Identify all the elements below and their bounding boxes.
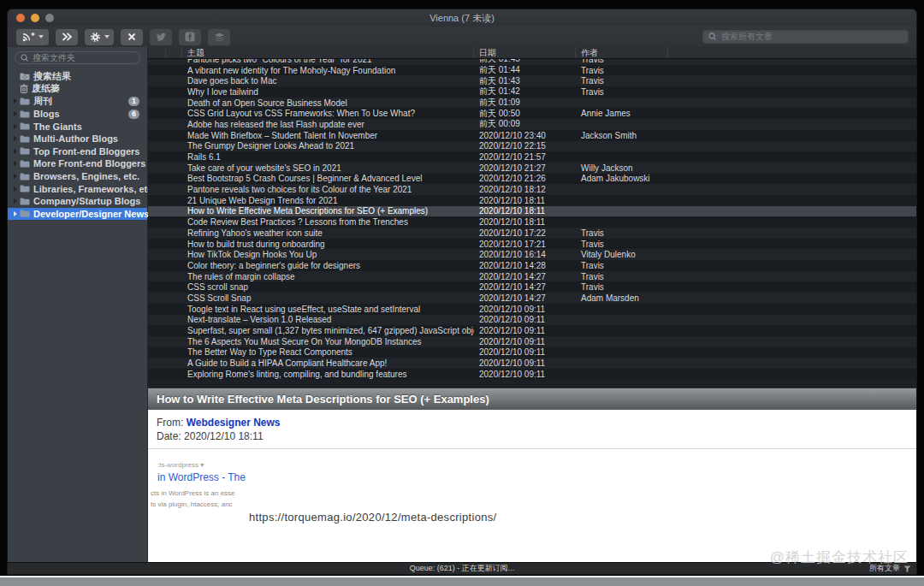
article-row[interactable]: Code Review Best Practices ? Lessons fro…: [148, 216, 916, 228]
article-list: Pantone picks two "Colours of the Year" …: [148, 59, 916, 388]
minimize-window-button[interactable]: [31, 14, 39, 22]
article-content: :ts-wordpress ▾ in WordPress - The cts i…: [148, 449, 916, 562]
article-date: 2020/12/10 16:14: [474, 250, 576, 259]
article-row[interactable]: Superfast, super small (1,327 bytes mini…: [148, 325, 916, 336]
article-date: 2020/12/10 09:11: [474, 315, 576, 324]
article-row[interactable]: Made With Briefbox – Student Talent In N…: [148, 130, 916, 141]
article-row[interactable]: The Better Way to Type React Components2…: [148, 347, 916, 358]
folder-icon: [20, 147, 30, 155]
disclosure-triangle-icon[interactable]: [14, 198, 17, 204]
article-row[interactable]: The 6 Aspects You Must Secure On Your Mo…: [148, 336, 916, 347]
snippet-text-line2: ts via plugin, htaccess, anc: [151, 500, 233, 508]
article-row[interactable]: How to build trust during onboarding2020…: [148, 239, 916, 250]
disclosure-triangle-icon[interactable]: [14, 136, 17, 141]
sidebar-item-9[interactable]: Libraries, Frameworks, etc.: [8, 182, 147, 195]
article-row[interactable]: 21 Unique Web Design Trends for 20212020…: [148, 195, 916, 206]
article-row[interactable]: Rails 6.12020/12/10 21:57: [148, 151, 916, 163]
article-row[interactable]: CSS Scroll Snap2020/12/10 14:27Adam Mars…: [148, 293, 916, 304]
article-author: Vitaly Dulenko: [576, 250, 668, 259]
sidebar-item-4[interactable]: The Giants: [8, 120, 147, 133]
article-row[interactable]: Pantone reveals two choices for its Colo…: [148, 184, 916, 195]
article-title: Refining Yahoo's weather icon suite: [182, 228, 474, 238]
share-facebook-button: [179, 29, 201, 45]
article-title: Rails 6.1: [182, 152, 474, 162]
search-icon: [21, 54, 29, 62]
close-window-button[interactable]: [16, 14, 25, 22]
article-row[interactable]: Refining Yahoo's weather icon suite2020/…: [148, 228, 916, 239]
article-row[interactable]: CSS Grid Layout vs CSS Frameworks: When …: [148, 108, 916, 119]
sidebar-item-1[interactable]: 废纸篓: [8, 83, 147, 96]
article-row[interactable]: Exploring Rome's linting, compiling, and…: [148, 369, 916, 380]
article-row[interactable]: Best Bootstrap 5 Crash Courses | Beginne…: [148, 174, 916, 185]
skip-folder-button[interactable]: [56, 29, 78, 45]
disclosure-triangle-icon[interactable]: [14, 124, 17, 129]
sidebar-item-label: Top Front-end Bloggers: [33, 146, 139, 157]
sidebar-item-label: Developer/Designer News: [33, 209, 149, 219]
article-row[interactable]: The rules of margin collapse2020/12/10 1…: [148, 271, 916, 282]
article-row[interactable]: Dave goes back to Mac前天 01:43Travis: [148, 75, 916, 86]
sidebar-item-0[interactable]: 搜索结果: [8, 70, 147, 83]
article-date: 2020/12/10 09:11: [474, 358, 576, 368]
article-row[interactable]: Death of an Open Source Business Model前天…: [148, 98, 916, 109]
search-icon: [708, 33, 718, 41]
article-row[interactable]: A Guide to Build a HIPAA Compliant Healt…: [148, 358, 916, 369]
gear-icon: [90, 32, 101, 43]
sidebar-item-8[interactable]: Browsers, Engines, etc.: [8, 170, 147, 183]
empty-column-header: [668, 47, 916, 58]
sidebar-item-6[interactable]: Top Front-end Bloggers: [8, 145, 147, 158]
article-title: 21 Unique Web Design Trends for 2021: [182, 196, 474, 205]
sidebar-item-10[interactable]: Company/Startup Blogs: [8, 195, 147, 208]
article-date: 2020/12/10 09:11: [474, 347, 576, 357]
actions-button[interactable]: [85, 29, 114, 45]
date-column-header[interactable]: 日期: [474, 47, 576, 58]
chevron-down-icon: [104, 35, 110, 38]
sidebar-item-label: The Giants: [33, 121, 82, 132]
read-status-column-header[interactable]: [148, 47, 166, 58]
article-date: 2020/12/10 22:15: [474, 141, 576, 151]
delete-button[interactable]: [121, 29, 143, 45]
article-title: Dave goes back to Mac: [182, 76, 474, 86]
zoom-window-button[interactable]: [45, 14, 54, 22]
article-row[interactable]: Color theory: a beginner's guide for des…: [148, 260, 916, 271]
snippet-text-line1: cts in WordPress is an esse: [151, 489, 235, 497]
article-author: Willy Jackson: [576, 163, 668, 173]
article-row[interactable]: Adobe has released the last Flash update…: [148, 119, 916, 130]
flag-column-header[interactable]: [166, 47, 182, 58]
article-row[interactable]: Why I love tailwind前天 01:42Travis: [148, 86, 916, 98]
article-date: 2020/12/10 14:28: [474, 261, 576, 270]
disclosure-triangle-icon[interactable]: [14, 111, 17, 116]
article-row[interactable]: Take care of your website's SEO in 20212…: [148, 163, 916, 174]
subject-column-header[interactable]: 主题: [182, 47, 474, 58]
article-title: CSS Scroll Snap: [182, 293, 474, 303]
disclosure-triangle-icon[interactable]: [14, 98, 17, 104]
disclosure-triangle-icon[interactable]: [14, 174, 17, 179]
article-row[interactable]: CSS scroll snap2020/12/10 14:27Travis: [148, 281, 916, 293]
disclosure-triangle-icon[interactable]: [14, 211, 17, 216]
sidebar-item-2[interactable]: 周刊1: [8, 95, 147, 108]
disclosure-triangle-icon[interactable]: [14, 149, 17, 154]
article-row[interactable]: Toogle text in React using useEffect, us…: [148, 304, 916, 315]
sidebar-item-5[interactable]: Multi-Author Blogs: [8, 133, 147, 145]
disclosure-triangle-icon[interactable]: [14, 186, 17, 192]
disclosure-triangle-icon[interactable]: [14, 161, 17, 166]
new-subscription-button[interactable]: [16, 29, 49, 45]
source-link[interactable]: Webdesigner News: [187, 417, 281, 429]
article-title: How TikTok Design Hooks You Up: [182, 250, 474, 259]
article-row[interactable]: A vibrant new identity for The Moholy-Na…: [148, 65, 916, 76]
article-title: A Guide to Build a HIPAA Compliant Healt…: [182, 358, 474, 368]
article-row[interactable]: The Grumpy Designer Looks Ahead to 20212…: [148, 141, 916, 152]
search-folders-field[interactable]: 搜索文件夹: [15, 51, 140, 64]
sidebar-item-label: Company/Startup Blogs: [33, 196, 140, 206]
article-date: 2020/12/10 09:11: [474, 370, 576, 379]
article-row[interactable]: Next-translate – Version 1.0 Released202…: [148, 315, 916, 326]
sidebar-item-3[interactable]: Blogs6: [8, 108, 147, 121]
sidebar-item-7[interactable]: More Front-end Bloggers: [8, 157, 147, 170]
article-row[interactable]: How TikTok Design Hooks You Up2020/12/10…: [148, 249, 916, 260]
sidebar-item-11[interactable]: Developer/Designer News: [8, 208, 147, 221]
toolbar: 搜索所有文章: [8, 27, 916, 47]
snippet-result-link[interactable]: in WordPress - The: [157, 471, 246, 483]
author-column-header[interactable]: 作者: [576, 47, 668, 58]
article-row[interactable]: How to Write Effective Meta Descriptions…: [148, 206, 916, 217]
article-date: 2020/12/10 21:26: [474, 174, 576, 183]
search-articles-field[interactable]: 搜索所有文章: [702, 30, 909, 44]
